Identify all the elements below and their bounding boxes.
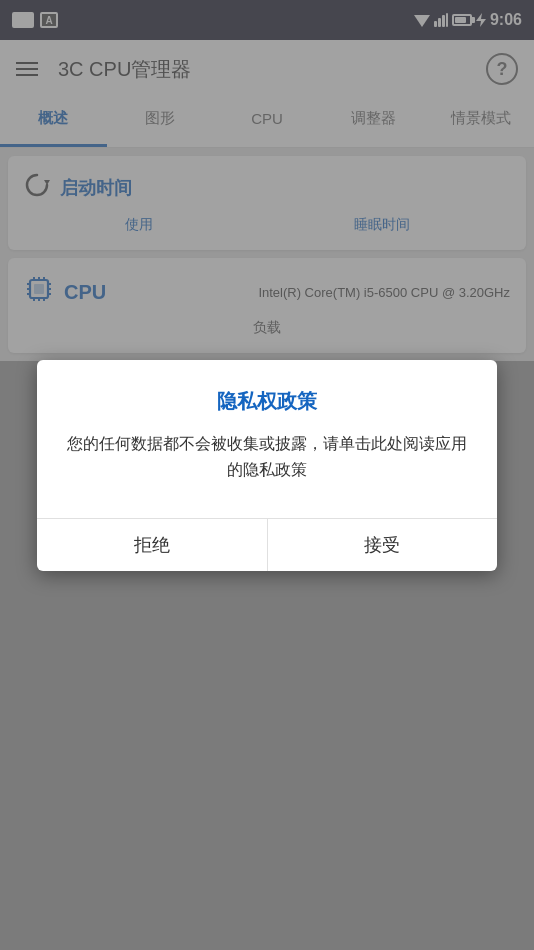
dialog-message: 您的任何数据都不会被收集或披露，请单击此处阅读应用的隐私政策 [61,431,473,482]
accept-button[interactable]: 接受 [268,519,498,571]
privacy-dialog: 隐私权政策 您的任何数据都不会被收集或披露，请单击此处阅读应用的隐私政策 拒绝 … [37,360,497,571]
dialog-body: 隐私权政策 您的任何数据都不会被收集或披露，请单击此处阅读应用的隐私政策 [37,360,497,498]
reject-button[interactable]: 拒绝 [37,519,268,571]
dialog-overlay: 隐私权政策 您的任何数据都不会被收集或披露，请单击此处阅读应用的隐私政策 拒绝 … [0,0,534,950]
dialog-actions: 拒绝 接受 [37,518,497,571]
dialog-title: 隐私权政策 [61,388,473,415]
